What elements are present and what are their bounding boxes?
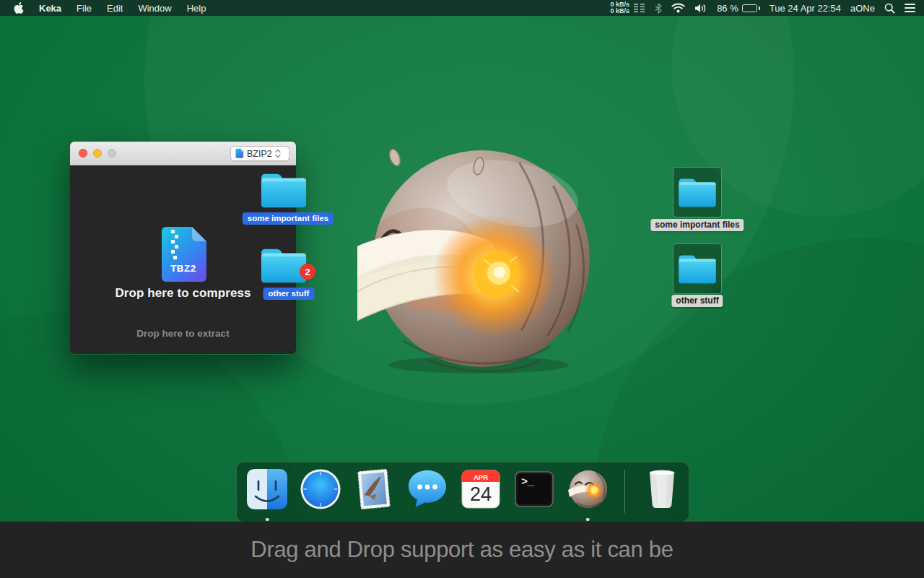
window-titlebar[interactable]: BZIP2 [70, 142, 296, 165]
caption-bar: Drag and Drop support as easy as it can … [0, 522, 924, 578]
dock-item-finder[interactable] [246, 468, 288, 510]
format-value: BZIP2 [247, 149, 272, 159]
bluetooth-icon[interactable] [655, 3, 662, 14]
battery-nub [759, 7, 760, 10]
compress-hint: Drop here to compress [70, 286, 296, 301]
mail-icon [353, 468, 395, 510]
dock-item-safari[interactable] [300, 468, 341, 510]
spotlight-search-icon[interactable] [884, 3, 895, 14]
dock-divider [624, 470, 625, 513]
keka-mascot-illustration [357, 144, 596, 376]
menu-window[interactable]: Window [138, 3, 171, 14]
net-down-speed: 0 kB/s [611, 8, 630, 15]
dragged-folder-some-important-files[interactable] [258, 169, 309, 211]
dock: APR 24 >_ [236, 462, 689, 522]
battery-widget[interactable]: 86 % [717, 3, 760, 14]
network-bars-icon [633, 2, 645, 14]
document-icon [235, 148, 244, 159]
minimize-button[interactable] [93, 149, 102, 158]
running-indicator [586, 518, 590, 522]
menu-bar: Keka File Edit Window Help 0 kB/s 0 kB/s [0, 0, 924, 16]
volume-icon[interactable] [694, 4, 707, 13]
notification-center-icon[interactable] [905, 4, 915, 12]
svg-text:APR: APR [474, 473, 488, 481]
svg-text:TBZ2: TBZ2 [170, 263, 196, 274]
menu-clock[interactable]: Tue 24 Apr 22:54 [770, 3, 841, 14]
dock-item-trash[interactable] [641, 468, 683, 510]
svg-text:>_: >_ [521, 476, 535, 488]
menu-account[interactable]: aONe [850, 3, 875, 14]
battery-percent: 86 % [717, 3, 738, 14]
keka-app-icon [567, 468, 609, 510]
desktop-folder-label[interactable]: some important files [650, 219, 744, 231]
trash-icon [641, 468, 683, 510]
extract-drop-zone[interactable]: Drop here to extract [70, 314, 296, 354]
desktop-folder-other-stuff[interactable] [673, 243, 722, 294]
menu-help[interactable]: Help [187, 3, 206, 14]
item-count-badge: 2 [300, 264, 315, 280]
messages-icon [406, 468, 448, 510]
menu-edit[interactable]: Edit [107, 3, 123, 14]
extract-hint: Drop here to extract [70, 328, 296, 339]
running-indicator [266, 518, 269, 522]
battery-icon [742, 4, 757, 12]
caption-text: Drag and Drop support as easy as it can … [250, 537, 673, 563]
apple-menu-icon[interactable] [14, 2, 24, 14]
close-button[interactable] [79, 149, 87, 158]
calendar-icon: APR 24 [460, 468, 502, 510]
dock-item-mail[interactable] [353, 468, 395, 510]
dragged-folder-label: some important files [243, 212, 334, 225]
tbz2-file-icon: TBZ2 [160, 227, 206, 282]
network-throughput-widget[interactable]: 0 kB/s 0 kB/s [611, 1, 646, 15]
dock-item-keka[interactable] [567, 468, 609, 510]
folder-icon [676, 251, 718, 286]
screen: Keka File Edit Window Help 0 kB/s 0 kB/s [0, 0, 924, 578]
dock-item-calendar[interactable]: APR 24 [460, 468, 502, 510]
wifi-icon[interactable] [671, 3, 685, 13]
folder-icon [676, 175, 718, 210]
menu-file[interactable]: File [77, 3, 92, 14]
dock-item-messages[interactable] [406, 468, 448, 510]
dock-item-terminal[interactable]: >_ [513, 468, 555, 510]
desktop-folder-some-important-files[interactable] [673, 167, 722, 217]
dragged-folder-label: other stuff [263, 288, 315, 300]
menu-app-name[interactable]: Keka [39, 3, 61, 14]
safari-icon [300, 468, 341, 510]
terminal-icon: >_ [513, 468, 555, 510]
desktop-folder-label[interactable]: other stuff [671, 295, 723, 307]
traffic-lights [79, 149, 116, 158]
svg-text:24: 24 [470, 483, 492, 505]
finder-icon [246, 468, 288, 510]
zoom-button-disabled [108, 149, 116, 158]
format-dropdown[interactable]: BZIP2 [230, 146, 289, 161]
chevron-updown-icon [275, 149, 281, 158]
